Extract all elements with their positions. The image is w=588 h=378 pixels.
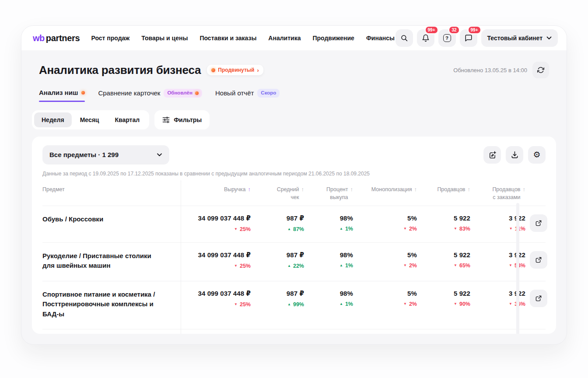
metric-value: 98%	[308, 290, 353, 297]
delta-value: 90%	[459, 301, 470, 307]
nav-item[interactable]: Продвижение	[312, 35, 354, 42]
delta-down-icon: ▼	[234, 228, 238, 231]
sort-arrow-icon: ↑	[523, 186, 526, 193]
messages-button[interactable]: 99+	[460, 29, 477, 47]
delta-down-icon: ▼	[509, 227, 513, 231]
nav-item[interactable]: Аналитика	[268, 35, 301, 42]
period-switcher: НеделяМесяцКвартал	[32, 110, 149, 130]
settings-button[interactable]: ⚙	[528, 146, 546, 164]
refresh-icon	[537, 66, 544, 74]
column-header[interactable]: Выручка↑	[181, 180, 251, 206]
metric-cell: 5%▼2%	[353, 243, 417, 281]
desktop-background: wb partners Рост продажТовары и ценыПост…	[0, 0, 588, 378]
refresh-button[interactable]	[532, 62, 549, 78]
metric-cell: 34 099 037 448 ₽▼25%	[181, 243, 251, 281]
niches-table: ПредметВыручка↑Средний чек↑Процент выкуп…	[42, 180, 546, 334]
tab-сравнение-карточек[interactable]: Сравнение карточекОбновлён	[98, 89, 202, 103]
filters-button[interactable]: Фильтры	[154, 110, 210, 130]
plan-badge[interactable]: Продвинутый ›	[207, 65, 263, 75]
delta-value: 22%	[293, 263, 304, 269]
tab-badge-label: Скоро	[261, 91, 276, 96]
column-header[interactable]: Процент выкупа↑	[304, 180, 353, 206]
chevron-right-icon: ›	[257, 67, 259, 73]
column-header[interactable]: Продавцов↑	[417, 180, 470, 206]
bell-icon	[422, 34, 430, 42]
notification-dot-icon	[195, 91, 199, 95]
delta-value: 1%	[345, 262, 353, 269]
external-link-icon	[535, 220, 542, 227]
open-niche-button[interactable]	[530, 214, 547, 232]
column-header-label: Выручка	[224, 186, 246, 193]
metric-delta: ▼65%	[421, 262, 470, 269]
open-niche-button[interactable]	[530, 290, 547, 307]
column-header[interactable]: Монополизация↑	[353, 180, 417, 206]
top-navigation-bar: wb partners Рост продажТовары и ценыПост…	[21, 26, 567, 50]
subject-cell: Спортивное питание и косметика / Посттре…	[42, 281, 181, 329]
tab-badge-label: Обновлён	[167, 91, 192, 96]
delta-value: 25%	[240, 263, 251, 269]
table-row: Обувь / Кроссовки34 099 037 448 ₽▼25%987…	[42, 329, 546, 334]
tab-label: Анализ ниш	[39, 89, 78, 96]
delta-value: 36%	[514, 301, 525, 307]
chevron-down-icon	[157, 153, 162, 157]
niches-table-card: Все предметы · 1 299 ⚙	[32, 136, 556, 334]
download-button[interactable]	[506, 146, 523, 164]
metric-delta: ▼2%	[357, 226, 417, 232]
delta-value: 25%	[240, 226, 251, 232]
help-button[interactable]: ? 32	[438, 29, 456, 47]
delta-down-icon: ▼	[234, 264, 238, 268]
period-tab[interactable]: Месяц	[73, 112, 107, 127]
nav-item[interactable]: Поставки и заказы	[200, 35, 256, 42]
updated-label: Обновлено 13.05.25 в 14:00	[453, 67, 527, 74]
metric-cell: 5%▼2%	[353, 329, 417, 334]
delta-value: 87%	[293, 226, 304, 232]
account-selector[interactable]: Тестовый кабинет	[481, 29, 558, 47]
nav-item[interactable]: Товары и цены	[141, 35, 188, 42]
page-title: Аналитика развития бизнеса	[39, 63, 201, 77]
search-icon	[400, 34, 408, 42]
subject-select[interactable]: Все предметы · 1 299	[42, 145, 169, 164]
table-header: ПредметВыручка↑Средний чек↑Процент выкуп…	[42, 180, 546, 206]
tab-label: Сравнение карточек	[98, 89, 160, 97]
open-niche-button[interactable]	[530, 251, 547, 269]
new-report-icon	[488, 150, 497, 159]
chevron-down-icon	[546, 36, 552, 40]
delta-value: 2%	[409, 262, 417, 269]
wb-partners-logo[interactable]: wb partners	[33, 33, 80, 43]
nav-item[interactable]: Финансы	[366, 35, 395, 42]
period-note: Данные за период с 19.09.2025 по 17.12.2…	[42, 171, 546, 177]
tab-новый-отчёт[interactable]: Новый отчётСкоро	[215, 89, 280, 103]
tab-анализ-ниш[interactable]: Анализ ниш	[39, 89, 85, 102]
row-actions	[525, 206, 548, 242]
title-row: Аналитика развития бизнеса Продвинутый ›…	[32, 59, 556, 78]
delta-up-icon: ▲	[287, 264, 291, 268]
metric-cell: 3 922▼92%	[470, 329, 525, 334]
subject-cell: Обувь / Кроссовки	[42, 206, 181, 242]
column-header-label: Средний чек	[277, 186, 299, 201]
delta-up-icon: ▲	[340, 302, 343, 306]
delta-value: 99%	[293, 301, 304, 308]
create-report-button[interactable]	[483, 146, 501, 164]
period-tab[interactable]: Неделя	[34, 112, 72, 127]
plan-dot-icon	[211, 68, 215, 72]
column-header[interactable]: Предмет	[42, 180, 181, 206]
notifications-button[interactable]: 99+	[417, 29, 434, 47]
delta-value: 65%	[459, 262, 470, 269]
metric-delta: ▼25%	[185, 301, 251, 308]
column-header[interactable]: Продавцов с заказами↑	[470, 180, 525, 206]
nav-item[interactable]: Рост продаж	[91, 35, 130, 42]
search-button[interactable]	[396, 29, 413, 47]
period-tab[interactable]: Квартал	[107, 112, 147, 127]
app-window: wb partners Рост продажТовары и ценыПост…	[21, 25, 567, 345]
metric-delta: ▼25%	[185, 263, 251, 269]
column-header[interactable]: Средний чек↑	[251, 180, 304, 206]
tab-badge: Обновлён	[164, 89, 202, 98]
metric-delta: ▼25%	[185, 226, 251, 232]
table-row: Спортивное питание и косметика / Посттре…	[42, 281, 546, 329]
delta-value: 2%	[409, 226, 417, 232]
filters-label: Фильтры	[174, 116, 202, 123]
metric-delta: ▲1%	[308, 301, 353, 307]
metric-cell: 5%▼2%	[353, 281, 417, 329]
metric-cell: 5 922▼90%	[417, 281, 470, 329]
delta-value: 1%	[345, 226, 353, 232]
